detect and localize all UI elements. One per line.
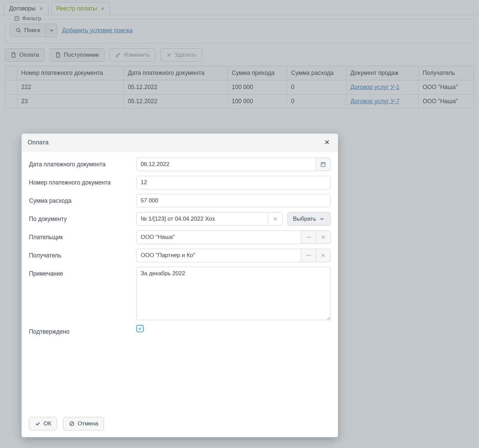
confirmed-checkbox[interactable] — [136, 325, 144, 332]
svg-point-17 — [307, 255, 307, 256]
button-label: ОК — [44, 420, 51, 427]
chevron-down-icon — [319, 216, 325, 222]
note-textarea[interactable] — [136, 267, 331, 320]
svg-point-19 — [310, 255, 310, 256]
close-icon — [320, 252, 326, 258]
sum-out-label: Сумма расхода — [29, 194, 130, 204]
recipient-clear-button[interactable] — [316, 249, 331, 262]
ellipsis-icon — [306, 234, 312, 240]
payer-lookup-button[interactable] — [301, 230, 316, 244]
payer-input[interactable] — [136, 230, 301, 244]
doc-number-label: Номер платежного документа — [29, 176, 130, 186]
svg-line-23 — [71, 422, 74, 425]
dialog-close-button[interactable]: ✕ — [322, 138, 332, 147]
recipient-lookup-button[interactable] — [301, 249, 316, 262]
ok-button[interactable]: ОК — [29, 417, 57, 430]
by-doc-select-button[interactable]: Выбрать — [287, 212, 331, 226]
svg-point-14 — [310, 237, 310, 237]
ellipsis-icon — [306, 252, 312, 258]
by-doc-clear-button[interactable] — [268, 212, 283, 226]
recipient-label: Получатель — [29, 249, 130, 259]
payer-clear-button[interactable] — [316, 230, 331, 244]
svg-point-12 — [307, 237, 307, 237]
svg-point-18 — [308, 255, 309, 256]
doc-date-input[interactable] — [136, 158, 316, 171]
check-icon — [35, 421, 41, 427]
doc-date-label: Дата платежного документа — [29, 158, 130, 168]
payment-dialog: Оплата ✕ Дата платежного документа Номер… — [22, 134, 338, 437]
dialog-header: Оплата ✕ — [22, 134, 338, 151]
cancel-button[interactable]: Отмена — [63, 417, 104, 430]
recipient-input[interactable] — [136, 249, 301, 262]
payer-label: Плательщик — [29, 230, 130, 241]
button-label: Выбрать — [293, 216, 316, 222]
button-label: Отмена — [78, 420, 98, 427]
confirmed-label: Подтверждено — [29, 325, 130, 335]
close-icon — [320, 234, 326, 240]
svg-rect-6 — [321, 163, 325, 167]
svg-point-13 — [308, 237, 309, 237]
dialog-footer: ОК Отмена — [22, 412, 338, 437]
cancel-icon — [69, 421, 75, 427]
note-label: Примечание — [29, 267, 130, 277]
dialog-title: Оплата — [28, 139, 49, 146]
dialog-body: Дата платежного документа Номер платежно… — [22, 151, 338, 412]
close-icon — [272, 216, 278, 222]
by-doc-label: По документу — [29, 212, 130, 223]
sum-out-input[interactable] — [136, 194, 331, 207]
by-doc-input[interactable] — [136, 212, 268, 226]
calendar-picker-button[interactable] — [316, 158, 331, 171]
doc-number-input[interactable] — [136, 176, 331, 189]
calendar-icon — [320, 161, 326, 167]
check-icon — [137, 326, 143, 331]
